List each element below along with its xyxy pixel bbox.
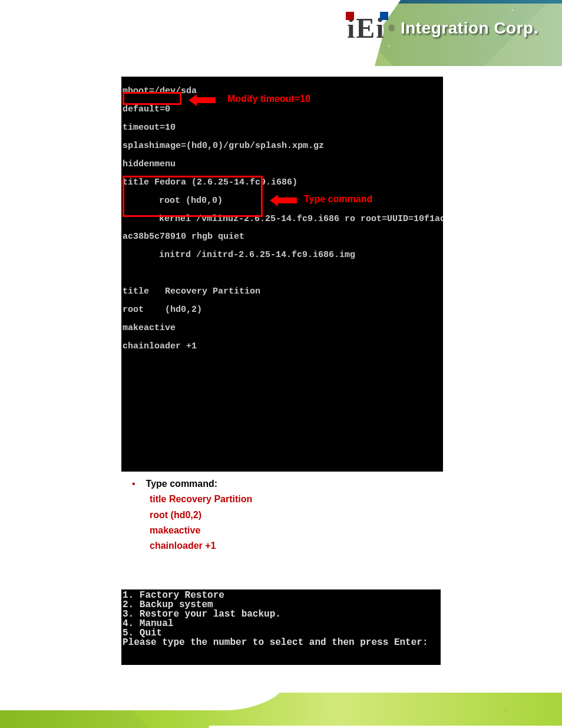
grub-blank-line bbox=[123, 269, 443, 278]
logo-dot-blue bbox=[380, 12, 388, 20]
grub-recovery-root-line: root (hd0,2) bbox=[123, 305, 443, 314]
page-header-banner: i E i ® Integration Corp. bbox=[0, 0, 562, 66]
arrow-head-icon bbox=[189, 94, 197, 106]
instruction-cmd-makeactive: makeactive bbox=[121, 523, 451, 538]
instruction-lead: Type command: bbox=[146, 476, 218, 492]
grub-kernel-line: kernel /vmlinuz-2.6.25-14.fc9.i686 ro ro… bbox=[123, 215, 443, 223]
logo-dot-red bbox=[346, 12, 354, 20]
logo-letter-e: E bbox=[356, 14, 375, 42]
bullet-icon: • bbox=[132, 476, 135, 492]
grub-hidden-line: hiddenmenu bbox=[123, 160, 443, 169]
company-logo: i E i ® Integration Corp. bbox=[346, 14, 538, 42]
footer-white-wedge bbox=[0, 669, 303, 710]
grub-fedora-title-line: title Fedora (2.6.25-14.fc9.i686) bbox=[123, 178, 443, 187]
menu-prompt: Please type the number to select and the… bbox=[123, 637, 428, 648]
page-content: mboot=/dev/sda default=0 timeout=10 spla… bbox=[0, 77, 562, 665]
arrow-type-command bbox=[270, 195, 297, 206]
logo-company-text: Integration Corp. bbox=[401, 19, 538, 38]
instruction-cmd-chainloader: chainloader +1 bbox=[121, 538, 451, 554]
grub-initrd-line: initrd /initrd-2.6.25-14.fc9.i686.img bbox=[123, 251, 443, 259]
instruction-block: • Type command: title Recovery Partition… bbox=[121, 476, 451, 554]
annotation-type-command: Type command bbox=[304, 195, 372, 204]
page-footer-banner bbox=[0, 669, 562, 728]
recovery-menu-terminal: 1. Factory Restore 2. Backup system 3. R… bbox=[121, 589, 441, 665]
grub-recovery-chainloader-line: chainloader +1 bbox=[123, 342, 443, 351]
grub-timeout-line: timeout=10 bbox=[123, 123, 443, 132]
footer-bottom-line bbox=[208, 726, 562, 728]
grub-uuid-tail-line: ac38b5c78910 rhgb quiet bbox=[123, 232, 443, 241]
arrow-shaft-icon bbox=[278, 197, 297, 203]
grub-config-terminal: mboot=/dev/sda default=0 timeout=10 spla… bbox=[121, 77, 443, 472]
logo-registered-mark: ® bbox=[389, 24, 395, 33]
arrow-shaft-icon bbox=[197, 97, 216, 103]
instruction-cmd-title: title Recovery Partition bbox=[121, 492, 451, 507]
instruction-cmd-root: root (hd0,2) bbox=[121, 508, 451, 523]
grub-recovery-makeactive-line: makeactive bbox=[123, 324, 443, 332]
grub-default-line: default=0 bbox=[123, 105, 443, 114]
grub-recovery-title-line: title Recovery Partition bbox=[123, 287, 443, 296]
annotation-modify-timeout: Modify timeout=10 bbox=[227, 94, 310, 104]
arrow-timeout bbox=[189, 94, 216, 106]
arrow-head-icon bbox=[270, 195, 278, 206]
grub-splash-line: splashimage=(hd0,0)/grub/splash.xpm.gz bbox=[123, 141, 443, 150]
